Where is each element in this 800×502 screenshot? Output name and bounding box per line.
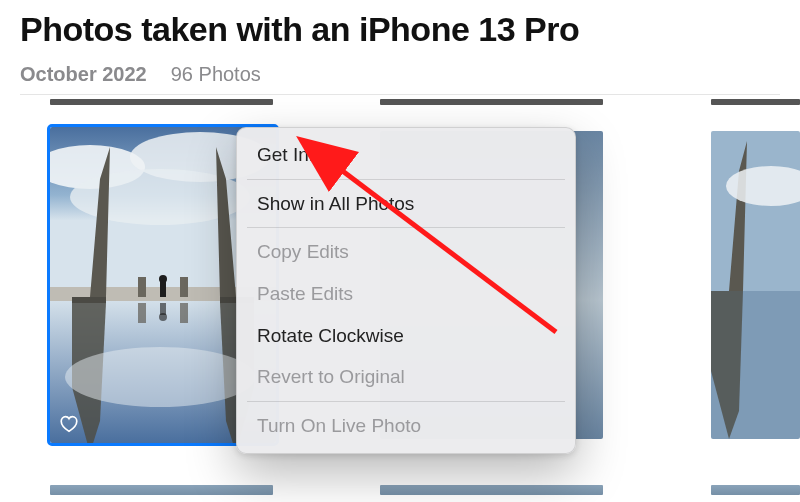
photo-thumbnail[interactable] [711,131,800,439]
heart-icon[interactable] [58,413,80,435]
prev-row-thumb[interactable] [380,99,603,105]
menu-item-rotate-clockwise[interactable]: Rotate Clockwise [237,315,575,357]
context-menu: Get Info Show in All Photos Copy Edits P… [236,127,576,453]
next-row-thumb[interactable] [711,485,800,495]
svg-point-8 [159,275,167,283]
prev-row-thumb[interactable] [50,99,273,105]
menu-separator [247,227,565,228]
svg-rect-11 [180,303,188,323]
menu-item-copy-edits: Copy Edits [237,231,575,273]
svg-rect-6 [138,277,146,297]
menu-separator [247,401,565,402]
menu-separator [247,179,565,180]
svg-point-14 [65,347,255,407]
next-row-thumb[interactable] [380,485,603,495]
menu-item-get-info[interactable]: Get Info [237,134,575,176]
album-header: Photos taken with an iPhone 13 Pro Octob… [0,0,800,95]
page-title: Photos taken with an iPhone 13 Pro [20,10,780,49]
menu-item-show-in-all-photos[interactable]: Show in All Photos [237,183,575,225]
next-row-thumb[interactable] [50,485,273,495]
menu-item-revert-to-original: Revert to Original [237,356,575,398]
album-date: October 2022 [20,63,147,86]
svg-rect-9 [160,282,166,297]
svg-rect-15 [711,131,800,291]
album-subheader: October 2022 96 Photos [20,63,780,95]
svg-rect-7 [180,277,188,297]
prev-row-thumb[interactable] [711,99,800,105]
album-photo-count: 96 Photos [171,63,261,86]
svg-rect-13 [160,303,166,315]
svg-rect-10 [138,303,146,323]
menu-item-turn-on-live-photo: Turn On Live Photo [237,405,575,447]
menu-item-paste-edits: Paste Edits [237,273,575,315]
photo-grid-area: Get Info Show in All Photos Copy Edits P… [0,95,800,495]
